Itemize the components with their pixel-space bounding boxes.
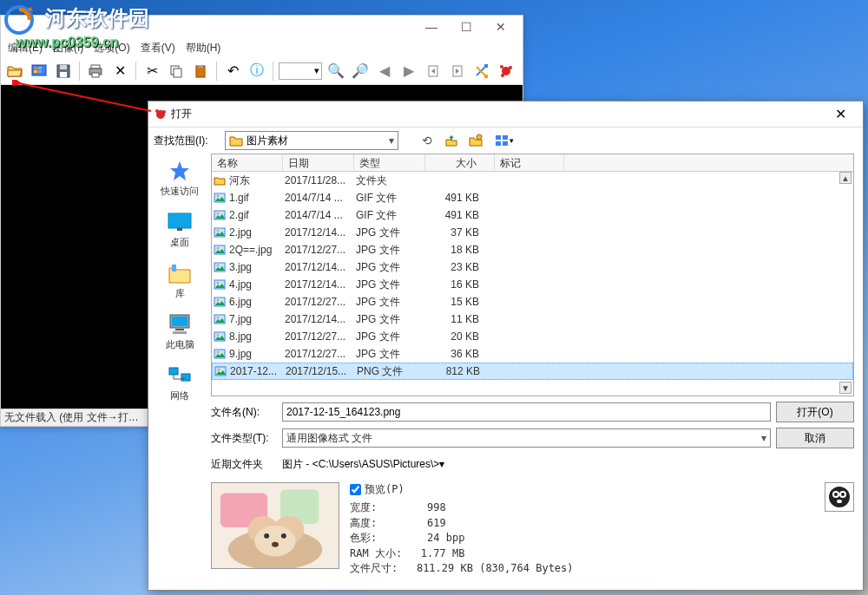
scroll-down-button[interactable]: ▼ <box>839 382 852 394</box>
back-button[interactable]: ⟲ <box>418 131 437 150</box>
print-button[interactable] <box>85 61 106 82</box>
chevron-down-icon: ▾ <box>389 134 394 147</box>
col-date[interactable]: 日期 <box>283 154 354 171</box>
svg-rect-11 <box>92 73 99 77</box>
file-row[interactable]: 2.gif2014/7/14 ...GIF 文件491 KB <box>212 206 853 224</box>
place-desktop[interactable]: 桌面 <box>166 210 194 249</box>
svg-point-75 <box>829 487 850 507</box>
page-prev-button[interactable] <box>423 61 444 82</box>
zoom-out-button[interactable]: 🔎 <box>350 61 371 82</box>
svg-point-59 <box>217 334 220 337</box>
folder-combo[interactable]: 图片素材 ▾ <box>225 131 398 150</box>
view-mode-button[interactable]: ▾ <box>490 131 518 150</box>
place-quick-access[interactable]: 快速访问 <box>161 159 199 198</box>
svg-point-55 <box>217 299 220 302</box>
col-tag[interactable]: 标记 <box>495 154 564 171</box>
preview-checkbox[interactable] <box>350 484 361 495</box>
scroll-up-button[interactable]: ▲ <box>839 172 852 184</box>
svg-point-72 <box>281 533 286 539</box>
menu-help[interactable]: 帮助(H) <box>182 39 225 57</box>
library-icon <box>166 261 194 285</box>
recent-combo[interactable]: 图片 - <C:\Users\ASUS\Pictures\>▾ <box>282 457 854 472</box>
zoom-combo[interactable]: ▾ <box>279 62 322 80</box>
place-network[interactable]: 网络 <box>166 363 194 402</box>
new-folder-button[interactable] <box>466 131 485 150</box>
cancel-button[interactable]: 取消 <box>776 428 854 448</box>
filename-label: 文件名(N): <box>211 405 277 420</box>
maximize-button[interactable]: ☐ <box>449 18 483 36</box>
copy-button[interactable] <box>166 61 187 82</box>
place-library[interactable]: 库 <box>166 261 194 300</box>
folder-name: 图片素材 <box>247 134 288 148</box>
dialog-app-icon <box>154 108 168 121</box>
main-toolbar: ✕ ✂ ↶ ⓘ ▾ 🔍 🔎 ◀ ▶ <box>1 57 523 85</box>
svg-point-21 <box>500 65 503 69</box>
file-row[interactable]: 6.jpg2017/12/27...JPG 文件15 KB <box>212 293 853 311</box>
thispc-icon <box>166 312 194 337</box>
file-row[interactable]: 2Q==.jpg2017/12/27...JPG 文件18 KB <box>212 241 853 258</box>
file-row[interactable]: 河东2017/11/28...文件夹 <box>212 172 853 189</box>
svg-point-78 <box>834 493 838 496</box>
dialog-close-button[interactable]: ✕ <box>823 104 858 125</box>
next-button[interactable]: ▶ <box>398 61 419 82</box>
desktop-icon <box>166 210 194 234</box>
preview-checkbox-label: 预览(P) <box>365 482 404 497</box>
svg-rect-30 <box>503 135 508 140</box>
svg-rect-39 <box>173 331 187 334</box>
svg-point-80 <box>837 500 842 503</box>
zoom-in-button[interactable]: 🔍 <box>326 61 346 82</box>
menu-view[interactable]: 查看(V) <box>137 39 179 57</box>
delete-button[interactable]: ✕ <box>109 61 130 82</box>
file-row[interactable]: 4.jpg2017/12/14...JPG 文件16 KB <box>212 276 853 293</box>
image-file-icon <box>214 330 226 343</box>
svg-rect-13 <box>174 69 181 77</box>
up-button[interactable] <box>442 131 461 150</box>
image-file-icon <box>214 226 226 239</box>
svg-point-45 <box>217 212 220 215</box>
undo-button[interactable]: ↶ <box>222 61 243 82</box>
filename-input[interactable] <box>282 402 771 422</box>
svg-point-27 <box>162 110 166 114</box>
minimize-button[interactable]: — <box>414 18 449 36</box>
file-row[interactable]: 9.jpg2017/12/27...JPG 文件36 KB <box>212 345 853 363</box>
folder-icon <box>214 174 226 186</box>
col-type[interactable]: 类型 <box>354 154 425 171</box>
svg-rect-7 <box>60 65 67 69</box>
page-next-button[interactable] <box>447 61 468 82</box>
cut-button[interactable]: ✂ <box>141 61 162 82</box>
image-file-icon <box>214 192 226 204</box>
file-row[interactable]: 7.jpg2017/12/14...JPG 文件11 KB <box>212 311 853 328</box>
filetype-label: 文件类型(T): <box>211 431 277 446</box>
col-name[interactable]: 名称 <box>212 154 283 171</box>
save-button[interactable] <box>53 61 74 82</box>
filetype-combo[interactable]: 通用图像格式 文件▾ <box>282 428 771 448</box>
image-file-icon <box>214 278 226 291</box>
file-row[interactable]: 2017-12...2017/12/15...PNG 文件812 KB <box>212 363 853 380</box>
file-row[interactable]: 1.gif2014/7/14 ...GIF 文件491 KB <box>212 189 853 206</box>
svg-rect-40 <box>169 368 178 375</box>
splatter-icon[interactable] <box>496 61 516 82</box>
open-button[interactable]: 打开(O) <box>776 402 854 422</box>
file-list[interactable]: 名称 日期 类型 大小 标记 河东2017/11/28...文件夹1.gif20… <box>211 154 854 396</box>
slideshow-button[interactable] <box>29 61 49 82</box>
close-button[interactable]: ✕ <box>483 18 518 36</box>
col-size[interactable]: 大小 <box>425 154 495 171</box>
open-folder-button[interactable] <box>4 61 25 82</box>
place-thispc[interactable]: 此电脑 <box>166 312 194 351</box>
svg-point-63 <box>218 369 220 371</box>
settings-button[interactable] <box>471 61 492 82</box>
svg-point-22 <box>509 66 512 69</box>
info-button[interactable]: ⓘ <box>247 61 267 82</box>
svg-point-28 <box>477 134 482 140</box>
lookin-label: 查找范围(I): <box>154 134 220 148</box>
prev-button[interactable]: ◀ <box>374 61 395 82</box>
file-row[interactable]: 8.jpg2017/12/27...JPG 文件20 KB <box>212 328 853 345</box>
svg-rect-41 <box>181 374 190 381</box>
image-file-icon <box>214 313 226 325</box>
image-file-icon <box>214 244 226 256</box>
image-file-icon <box>214 365 227 377</box>
svg-rect-37 <box>172 317 187 326</box>
file-row[interactable]: 2.jpg2017/12/14...JPG 文件37 KB <box>212 224 853 241</box>
paste-button[interactable] <box>190 61 211 82</box>
file-row[interactable]: 3.jpg2017/12/14...JPG 文件23 KB <box>212 258 853 276</box>
